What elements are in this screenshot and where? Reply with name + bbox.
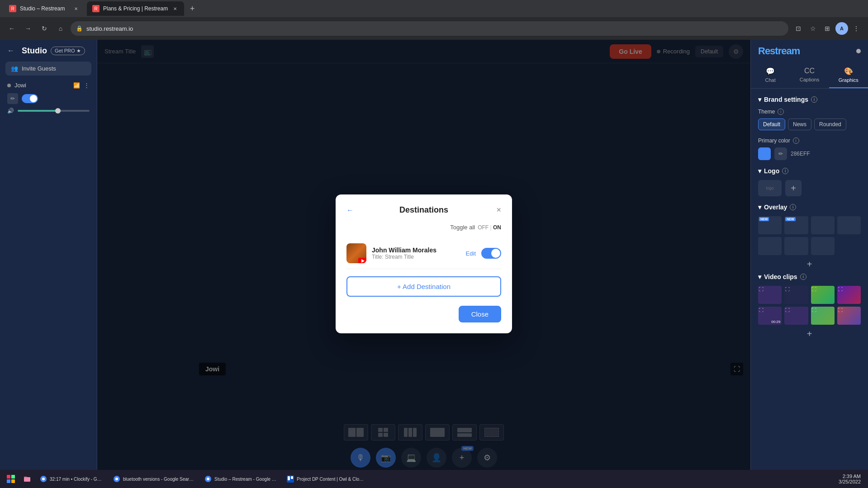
brand-settings-info-icon[interactable]: i — [811, 96, 817, 103]
tab-chat[interactable]: 💬 Chat — [751, 62, 790, 88]
taskbar-chrome-2[interactable]: bluetooth versions - Google Search - Goo… — [109, 472, 199, 486]
guest-controls: ✏ — [0, 91, 97, 106]
video-clips-arrow-icon: ▾ — [758, 273, 761, 280]
destination-edit-button[interactable]: Edit — [466, 250, 476, 257]
add-destination-button[interactable]: + Add Destination — [346, 276, 501, 297]
color-swatch[interactable] — [758, 147, 771, 160]
clip-item-1[interactable]: ⛶ — [758, 286, 782, 304]
taskbar-chrome-1[interactable]: 32:17 min • Clockify - Google Chrome — [36, 472, 108, 486]
bookmark-icon[interactable]: ☆ — [806, 22, 819, 35]
tab-plans[interactable]: R Plans & Pricing | Restream ✕ — [87, 1, 184, 16]
volume-thumb — [55, 108, 61, 114]
online-dot — [856, 49, 861, 53]
overlay-item-5[interactable] — [758, 237, 782, 255]
taskbar-studio-label: Studio – Restream - Google Chrome — [214, 477, 278, 482]
forward-button[interactable]: → — [22, 22, 34, 35]
modal-back-button[interactable]: ← — [346, 206, 354, 214]
theme-rounded-button[interactable]: Rounded — [814, 118, 846, 130]
overlay-item-6[interactable] — [784, 237, 808, 255]
destination-item: John William Morales Title: Stream Title… — [346, 238, 501, 269]
theme-news-button[interactable]: News — [788, 118, 811, 130]
back-button[interactable]: ← — [5, 22, 18, 35]
tab-graphics[interactable]: 🎨 Graphics — [829, 62, 868, 88]
primary-color-info-icon[interactable]: i — [793, 137, 799, 144]
guest-edit-button[interactable]: ✏ — [7, 93, 18, 104]
overlay-grid: NEW NEW — [758, 216, 861, 255]
overlay-item-1[interactable]: NEW — [758, 216, 782, 234]
svg-point-11 — [207, 478, 209, 480]
logo-info-icon[interactable]: i — [782, 168, 788, 174]
tab-2-close[interactable]: ✕ — [171, 5, 179, 12]
add-logo-button[interactable]: + — [785, 180, 802, 196]
extension-icon[interactable]: ⊞ — [821, 22, 834, 35]
taskbar-trello[interactable]: Project DP Content | Owl & Cloud Content… — [283, 472, 368, 486]
add-clips-button[interactable]: + — [758, 325, 861, 343]
invite-guests-button[interactable]: 👥 Invite Guests — [5, 62, 91, 76]
theme-default-button[interactable]: Default — [758, 118, 785, 130]
modal-close-x-button[interactable]: × — [496, 205, 501, 215]
clip-item-2[interactable]: ⛶ — [784, 286, 808, 304]
add-destination-label: + Add Destination — [397, 283, 451, 290]
svg-rect-2 — [7, 479, 10, 483]
sidebar-back-button[interactable]: ← — [7, 45, 18, 56]
main-content: Stream Title 📺 Go Live Recording Default… — [97, 40, 750, 488]
add-overlay-button[interactable]: + — [758, 255, 861, 273]
overlay-info-icon[interactable]: i — [790, 204, 796, 210]
file-explorer-icon — [24, 475, 31, 483]
clip-item-8[interactable]: ⛶ — [837, 307, 861, 325]
color-edit-button[interactable]: ✏ — [774, 147, 787, 160]
overlay-item-4[interactable] — [837, 216, 861, 234]
start-button[interactable] — [4, 472, 18, 486]
clip-item-7[interactable]: ⛶ — [811, 307, 835, 325]
taskbar-clockify-label: 32:17 min • Clockify - Google Chrome — [50, 477, 104, 482]
guest-menu-icon[interactable]: ⋮ — [84, 82, 90, 89]
destination-toggle[interactable] — [481, 248, 501, 259]
new-tab-button[interactable]: + — [186, 2, 199, 15]
tab-2-label: Plans & Pricing | Restream — [103, 5, 168, 12]
tab-1-close[interactable]: ✕ — [72, 5, 80, 12]
reload-button[interactable]: ↻ — [38, 22, 51, 35]
destination-subtitle: Title: Stream Title — [372, 254, 460, 260]
theme-options: Default News Rounded — [758, 118, 861, 130]
profile-avatar[interactable]: A — [835, 22, 848, 35]
get-pro-badge[interactable]: Get PRO ★ — [51, 47, 85, 55]
tab-captions[interactable]: CC Captions — [790, 62, 829, 88]
video-clips-info-icon[interactable]: i — [800, 274, 806, 280]
guest-toggle[interactable] — [22, 94, 38, 103]
menu-icon[interactable]: ⋮ — [850, 22, 863, 35]
taskbar-file-explorer[interactable] — [20, 472, 34, 486]
home-button[interactable]: ⌂ — [54, 22, 67, 35]
clip-item-5[interactable]: ⛶ 00:29 — [758, 307, 782, 325]
address-bar[interactable]: 🔒 studio.restream.io — [71, 21, 788, 36]
taskbar-chrome-3[interactable]: Studio – Restream - Google Chrome — [201, 472, 281, 486]
volume-slider[interactable] — [18, 110, 90, 112]
video-clips-title: ▾ Video clips i — [758, 273, 806, 280]
destinations-modal: ← Destinations × Toggle all OFF | ON — [336, 194, 512, 333]
overlay-item-3[interactable] — [811, 216, 835, 234]
graphics-tab-label: Graphics — [839, 77, 859, 83]
taskbar-bluetooth-label: bluetooth versions - Google Search - Goo… — [123, 477, 195, 482]
destination-avatar — [346, 243, 366, 263]
taskbar-date: 3/25/2022 — [839, 479, 861, 484]
theme-info-icon[interactable]: i — [778, 109, 784, 115]
captions-tab-label: Captions — [800, 77, 819, 82]
cast-icon[interactable]: ⊡ — [792, 22, 805, 35]
news-theme-label: News — [793, 121, 806, 128]
overlay-item-2[interactable]: NEW — [784, 216, 808, 234]
lock-icon: 🔒 — [76, 25, 83, 32]
clip-item-3[interactable]: ⛶ — [811, 286, 835, 304]
clip-expand-icon-6: ⛶ — [785, 308, 790, 313]
overlay-item-7[interactable] — [811, 237, 835, 255]
rounded-theme-label: Rounded — [819, 121, 841, 128]
close-modal-button[interactable]: Close — [459, 306, 501, 322]
clip-expand-icon-2: ⛶ — [785, 287, 790, 292]
address-text: studio.restream.io — [86, 25, 133, 32]
tab-studio[interactable]: R Studio – Restream ✕ — [4, 1, 85, 16]
studio-title: Studio — [22, 46, 47, 56]
clip-item-6[interactable]: ⛶ — [784, 307, 808, 325]
edit-label: Edit — [466, 250, 476, 257]
toggle-all-row: Toggle all OFF | ON — [346, 224, 501, 231]
theme-label: Theme i — [758, 109, 861, 115]
trello-icon — [287, 475, 294, 483]
clip-item-4[interactable]: ⛶ — [837, 286, 861, 304]
